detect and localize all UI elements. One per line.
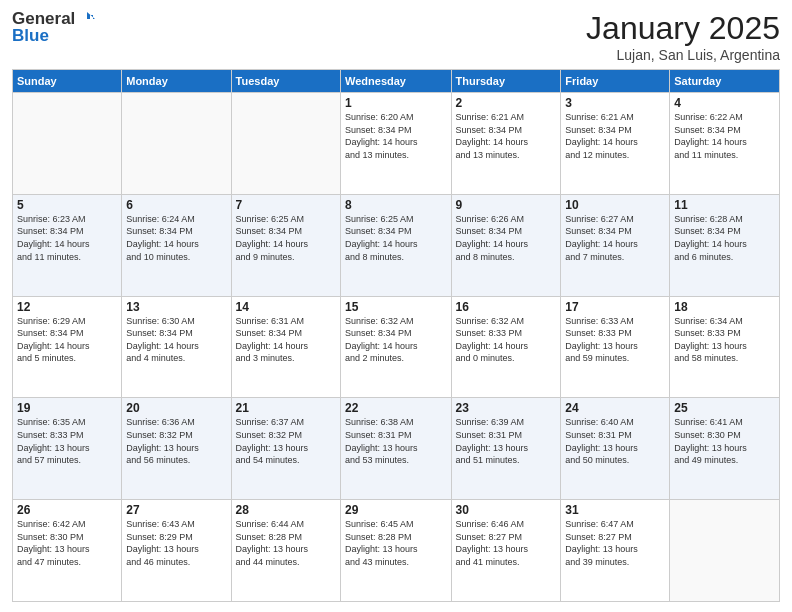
day-info: Sunrise: 6:39 AM Sunset: 8:31 PM Dayligh… (456, 416, 557, 466)
day-number: 21 (236, 401, 336, 415)
calendar-cell: 13Sunrise: 6:30 AM Sunset: 8:34 PM Dayli… (122, 296, 231, 398)
day-number: 16 (456, 300, 557, 314)
day-number: 22 (345, 401, 446, 415)
day-info: Sunrise: 6:22 AM Sunset: 8:34 PM Dayligh… (674, 111, 775, 161)
calendar-cell (670, 500, 780, 602)
calendar-cell: 20Sunrise: 6:36 AM Sunset: 8:32 PM Dayli… (122, 398, 231, 500)
day-number: 20 (126, 401, 226, 415)
day-info: Sunrise: 6:44 AM Sunset: 8:28 PM Dayligh… (236, 518, 336, 568)
day-info: Sunrise: 6:34 AM Sunset: 8:33 PM Dayligh… (674, 315, 775, 365)
calendar-cell: 14Sunrise: 6:31 AM Sunset: 8:34 PM Dayli… (231, 296, 340, 398)
day-number: 9 (456, 198, 557, 212)
calendar-cell: 30Sunrise: 6:46 AM Sunset: 8:27 PM Dayli… (451, 500, 561, 602)
calendar-cell: 8Sunrise: 6:25 AM Sunset: 8:34 PM Daylig… (341, 194, 451, 296)
month-title: January 2025 (586, 10, 780, 47)
calendar-cell: 28Sunrise: 6:44 AM Sunset: 8:28 PM Dayli… (231, 500, 340, 602)
day-info: Sunrise: 6:40 AM Sunset: 8:31 PM Dayligh… (565, 416, 665, 466)
day-number: 15 (345, 300, 446, 314)
day-number: 30 (456, 503, 557, 517)
day-info: Sunrise: 6:46 AM Sunset: 8:27 PM Dayligh… (456, 518, 557, 568)
calendar-cell: 23Sunrise: 6:39 AM Sunset: 8:31 PM Dayli… (451, 398, 561, 500)
svg-marker-0 (87, 12, 95, 19)
calendar-cell: 7Sunrise: 6:25 AM Sunset: 8:34 PM Daylig… (231, 194, 340, 296)
logo-blue: Blue (12, 27, 95, 46)
weekday-header-tuesday: Tuesday (231, 70, 340, 93)
calendar-cell (13, 93, 122, 195)
day-info: Sunrise: 6:36 AM Sunset: 8:32 PM Dayligh… (126, 416, 226, 466)
day-number: 17 (565, 300, 665, 314)
day-number: 10 (565, 198, 665, 212)
day-info: Sunrise: 6:32 AM Sunset: 8:34 PM Dayligh… (345, 315, 446, 365)
day-number: 18 (674, 300, 775, 314)
day-info: Sunrise: 6:43 AM Sunset: 8:29 PM Dayligh… (126, 518, 226, 568)
calendar-cell: 24Sunrise: 6:40 AM Sunset: 8:31 PM Dayli… (561, 398, 670, 500)
day-number: 28 (236, 503, 336, 517)
calendar-cell: 19Sunrise: 6:35 AM Sunset: 8:33 PM Dayli… (13, 398, 122, 500)
calendar-cell: 26Sunrise: 6:42 AM Sunset: 8:30 PM Dayli… (13, 500, 122, 602)
calendar-cell: 18Sunrise: 6:34 AM Sunset: 8:33 PM Dayli… (670, 296, 780, 398)
day-info: Sunrise: 6:27 AM Sunset: 8:34 PM Dayligh… (565, 213, 665, 263)
calendar-cell: 2Sunrise: 6:21 AM Sunset: 8:34 PM Daylig… (451, 93, 561, 195)
day-info: Sunrise: 6:23 AM Sunset: 8:34 PM Dayligh… (17, 213, 117, 263)
weekday-header-saturday: Saturday (670, 70, 780, 93)
title-block: January 2025 Lujan, San Luis, Argentina (586, 10, 780, 63)
day-number: 29 (345, 503, 446, 517)
day-info: Sunrise: 6:47 AM Sunset: 8:27 PM Dayligh… (565, 518, 665, 568)
week-row-1: 1Sunrise: 6:20 AM Sunset: 8:34 PM Daylig… (13, 93, 780, 195)
logo: General Blue (12, 10, 95, 45)
day-info: Sunrise: 6:33 AM Sunset: 8:33 PM Dayligh… (565, 315, 665, 365)
calendar-cell (122, 93, 231, 195)
calendar-cell: 12Sunrise: 6:29 AM Sunset: 8:34 PM Dayli… (13, 296, 122, 398)
calendar-cell: 15Sunrise: 6:32 AM Sunset: 8:34 PM Dayli… (341, 296, 451, 398)
week-row-2: 5Sunrise: 6:23 AM Sunset: 8:34 PM Daylig… (13, 194, 780, 296)
day-number: 4 (674, 96, 775, 110)
day-info: Sunrise: 6:25 AM Sunset: 8:34 PM Dayligh… (345, 213, 446, 263)
day-number: 2 (456, 96, 557, 110)
calendar-cell (231, 93, 340, 195)
day-info: Sunrise: 6:30 AM Sunset: 8:34 PM Dayligh… (126, 315, 226, 365)
location: Lujan, San Luis, Argentina (586, 47, 780, 63)
day-info: Sunrise: 6:37 AM Sunset: 8:32 PM Dayligh… (236, 416, 336, 466)
day-number: 13 (126, 300, 226, 314)
day-info: Sunrise: 6:45 AM Sunset: 8:28 PM Dayligh… (345, 518, 446, 568)
weekday-header-friday: Friday (561, 70, 670, 93)
day-number: 11 (674, 198, 775, 212)
calendar-cell: 5Sunrise: 6:23 AM Sunset: 8:34 PM Daylig… (13, 194, 122, 296)
day-info: Sunrise: 6:29 AM Sunset: 8:34 PM Dayligh… (17, 315, 117, 365)
day-info: Sunrise: 6:20 AM Sunset: 8:34 PM Dayligh… (345, 111, 446, 161)
day-info: Sunrise: 6:26 AM Sunset: 8:34 PM Dayligh… (456, 213, 557, 263)
weekday-header-monday: Monday (122, 70, 231, 93)
logo-container: General Blue (12, 10, 95, 45)
calendar-cell: 25Sunrise: 6:41 AM Sunset: 8:30 PM Dayli… (670, 398, 780, 500)
weekday-header-wednesday: Wednesday (341, 70, 451, 93)
day-number: 6 (126, 198, 226, 212)
day-number: 27 (126, 503, 226, 517)
day-number: 14 (236, 300, 336, 314)
calendar: SundayMondayTuesdayWednesdayThursdayFrid… (12, 69, 780, 602)
calendar-cell: 11Sunrise: 6:28 AM Sunset: 8:34 PM Dayli… (670, 194, 780, 296)
day-number: 3 (565, 96, 665, 110)
calendar-cell: 31Sunrise: 6:47 AM Sunset: 8:27 PM Dayli… (561, 500, 670, 602)
calendar-cell: 27Sunrise: 6:43 AM Sunset: 8:29 PM Dayli… (122, 500, 231, 602)
week-row-5: 26Sunrise: 6:42 AM Sunset: 8:30 PM Dayli… (13, 500, 780, 602)
day-info: Sunrise: 6:38 AM Sunset: 8:31 PM Dayligh… (345, 416, 446, 466)
header: General Blue January 2025 Lujan, San Lui… (12, 10, 780, 63)
day-number: 23 (456, 401, 557, 415)
day-info: Sunrise: 6:28 AM Sunset: 8:34 PM Dayligh… (674, 213, 775, 263)
calendar-cell: 29Sunrise: 6:45 AM Sunset: 8:28 PM Dayli… (341, 500, 451, 602)
day-number: 7 (236, 198, 336, 212)
calendar-cell: 3Sunrise: 6:21 AM Sunset: 8:34 PM Daylig… (561, 93, 670, 195)
page: General Blue January 2025 Lujan, San Lui… (0, 0, 792, 612)
logo-bird-icon (77, 10, 95, 28)
day-info: Sunrise: 6:25 AM Sunset: 8:34 PM Dayligh… (236, 213, 336, 263)
calendar-cell: 21Sunrise: 6:37 AM Sunset: 8:32 PM Dayli… (231, 398, 340, 500)
calendar-cell: 10Sunrise: 6:27 AM Sunset: 8:34 PM Dayli… (561, 194, 670, 296)
day-info: Sunrise: 6:21 AM Sunset: 8:34 PM Dayligh… (565, 111, 665, 161)
calendar-cell: 22Sunrise: 6:38 AM Sunset: 8:31 PM Dayli… (341, 398, 451, 500)
day-number: 5 (17, 198, 117, 212)
day-info: Sunrise: 6:41 AM Sunset: 8:30 PM Dayligh… (674, 416, 775, 466)
calendar-cell: 6Sunrise: 6:24 AM Sunset: 8:34 PM Daylig… (122, 194, 231, 296)
weekday-header-sunday: Sunday (13, 70, 122, 93)
calendar-cell: 16Sunrise: 6:32 AM Sunset: 8:33 PM Dayli… (451, 296, 561, 398)
weekday-header-row: SundayMondayTuesdayWednesdayThursdayFrid… (13, 70, 780, 93)
